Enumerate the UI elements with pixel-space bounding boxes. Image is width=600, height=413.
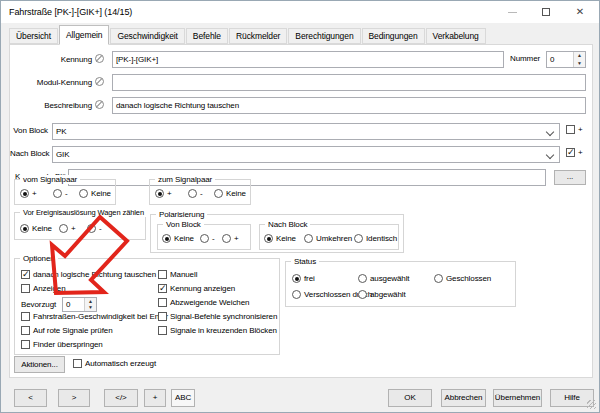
- checkbox-icon: [73, 359, 82, 368]
- chevron-down-icon: [546, 128, 554, 136]
- tab-verkabelung[interactable]: Verkabelung: [426, 28, 486, 44]
- nav-next-button[interactable]: >: [58, 389, 90, 407]
- nummer-spinner[interactable]: 0 ▲▼: [546, 51, 586, 68]
- tab-uebersicht[interactable]: Übersicht: [9, 28, 58, 44]
- minimize-button[interactable]: [497, 1, 527, 23]
- checkbox-icon: [21, 312, 30, 321]
- status-group: Status frei ausgewählt Geschlossen Versc…: [285, 261, 516, 307]
- radio-icon: [358, 290, 367, 299]
- tab-bar: Übersicht Allgemein Geschwindigkeit Befe…: [9, 25, 487, 44]
- maximize-icon: [542, 8, 550, 16]
- nav-prev-button[interactable]: <: [14, 389, 47, 407]
- vom-signalpaar-radio-plus[interactable]: +: [20, 189, 37, 198]
- checkbox-signale-kreuzende-bloecke[interactable]: Signale in kreuzenden Blöcken: [158, 326, 277, 335]
- status-radio-frei[interactable]: frei: [292, 274, 315, 283]
- tab-geschwindigkeit[interactable]: Geschwindigkeit: [110, 28, 184, 44]
- checkbox-icon: [158, 284, 167, 293]
- content-panel: Kennung [PK-]-[GIK+] Nummer 0 ▲▼ Modul-K…: [9, 44, 593, 378]
- maximize-button[interactable]: [531, 1, 561, 23]
- status-radio-abgewaehlt[interactable]: abgewählt: [358, 290, 406, 299]
- radio-icon: [292, 274, 301, 283]
- polarisierung-nach-radio-umkehren[interactable]: Umkehren: [304, 234, 352, 243]
- red-arrow-annotation: [9, 220, 129, 298]
- modul-kennung-input[interactable]: [112, 74, 586, 91]
- radio-icon: [358, 274, 367, 283]
- zum-signalpaar-radio-keine[interactable]: Keine: [214, 189, 246, 198]
- checkbox-finder-ueberspringen[interactable]: Finder überspringen: [21, 340, 103, 349]
- radio-icon: [304, 234, 313, 243]
- radio-icon: [264, 234, 273, 243]
- ok-button[interactable]: OK: [388, 389, 432, 407]
- modul-kennung-label: Modul-Kennung: [10, 77, 104, 87]
- kreuzende-bloecke-browse-button[interactable]: ...: [554, 170, 586, 185]
- polarisierung-nach-radio-identisch[interactable]: Identisch: [354, 234, 397, 243]
- aktionen-button[interactable]: Aktionen...: [14, 356, 65, 373]
- nav-code-button[interactable]: </>: [104, 389, 138, 407]
- radio-icon: [200, 234, 209, 243]
- polarisierung-nach-radio-keine[interactable]: Keine: [264, 234, 296, 243]
- cancel-button[interactable]: Abbrechen: [441, 389, 486, 407]
- close-button[interactable]: ✕: [565, 1, 595, 23]
- nav-abc-button[interactable]: ABC: [171, 389, 195, 407]
- radio-icon: [434, 274, 443, 283]
- checkbox-kennung-anzeigen[interactable]: Kennung anzeigen: [158, 284, 235, 293]
- checkbox-icon: [21, 326, 30, 335]
- polarisierung-von-radio-plus[interactable]: +: [222, 234, 239, 243]
- polarisierung-von-radio-keine[interactable]: Keine: [162, 234, 194, 243]
- checkbox-icon: [566, 125, 575, 134]
- status-radio-geschlossen[interactable]: Geschlossen: [434, 274, 491, 283]
- radio-icon: [79, 189, 88, 198]
- checkbox-icon: [566, 148, 575, 157]
- nav-plus-button[interactable]: +: [144, 389, 166, 407]
- radio-icon: [354, 234, 363, 243]
- checkbox-abzweigende-weichen[interactable]: Abzweigende Weichen: [158, 298, 249, 307]
- polarisierung-von-block-group: Von Block Keine - +: [157, 224, 251, 250]
- spin-down-icon[interactable]: ▼: [574, 60, 585, 68]
- tab-allgemein[interactable]: Allgemein: [59, 25, 109, 45]
- radio-icon: [222, 234, 231, 243]
- kennung-label: Kennung: [10, 54, 104, 64]
- von-block-combo[interactable]: PK: [52, 123, 560, 140]
- minimize-icon: [508, 12, 517, 13]
- von-block-plus-checkbox[interactable]: +: [566, 125, 583, 134]
- kreuzende-bloecke-input[interactable]: [68, 169, 546, 186]
- von-block-label: Von Block: [10, 126, 48, 135]
- tab-berechtigungen[interactable]: Berechtigungen: [288, 28, 360, 44]
- polarisierung-von-radio-minus[interactable]: -: [200, 234, 215, 243]
- tab-befehle[interactable]: Befehle: [186, 28, 228, 44]
- apply-button[interactable]: Übernehmen: [493, 389, 542, 407]
- checkbox-signal-befehle-sync[interactable]: Signal-Befehle synchronisieren: [158, 312, 277, 321]
- zum-signalpaar-group: zum Signalpaar + - Keine: [149, 179, 251, 205]
- close-icon: ✕: [576, 7, 584, 17]
- tab-bedingungen[interactable]: Bedingungen: [362, 28, 425, 44]
- chevron-down-icon: [546, 151, 554, 159]
- zum-signalpaar-radio-minus[interactable]: -: [188, 189, 203, 198]
- slash-circle-icon: [95, 100, 104, 109]
- nach-block-plus-checkbox[interactable]: +: [566, 148, 583, 157]
- resize-grip[interactable]: [587, 400, 596, 409]
- checkbox-icon: [21, 340, 30, 349]
- checkbox-manuell[interactable]: Manuell: [158, 270, 197, 279]
- checkbox-icon: [158, 298, 167, 307]
- status-radio-ausgewaehlt[interactable]: ausgewählt: [358, 274, 409, 283]
- checkbox-automatisch-erzeugt[interactable]: Automatisch erzeugt: [73, 359, 156, 368]
- vom-signalpaar-radio-keine[interactable]: Keine: [79, 189, 111, 198]
- tab-rueckmelder[interactable]: Rückmelder: [229, 28, 287, 44]
- radio-icon: [292, 290, 301, 299]
- beschreibung-input[interactable]: danach logische Richtung tauschen: [112, 97, 586, 114]
- vom-signalpaar-radio-minus[interactable]: -: [53, 189, 68, 198]
- checkbox-icon: [158, 270, 167, 279]
- nach-block-combo[interactable]: GIK: [52, 146, 560, 163]
- polarisierung-group: Polarisierung Von Block Keine - + Nach B…: [150, 214, 404, 253]
- checkbox-fahrstrassen-geschwindigkeit[interactable]: Fahrstraßen-Geschwindigkeit bei Enter: [21, 312, 168, 321]
- spin-down-icon[interactable]: ▼: [85, 305, 96, 312]
- zum-signalpaar-radio-plus[interactable]: +: [155, 189, 172, 198]
- spin-up-icon[interactable]: ▲: [574, 52, 585, 60]
- checkbox-icon: [158, 312, 167, 321]
- radio-icon: [155, 189, 164, 198]
- window-title: Fahrstraße [PK-]-[GIK+] (14/15): [9, 7, 132, 17]
- checkbox-auf-rote-signale[interactable]: Auf rote Signale prüfen: [21, 326, 113, 335]
- bevorzugt-spinner[interactable]: 0 ▲▼: [62, 297, 97, 312]
- slash-circle-icon: [95, 77, 104, 86]
- kennung-input[interactable]: [PK-]-[GIK+]: [112, 51, 504, 68]
